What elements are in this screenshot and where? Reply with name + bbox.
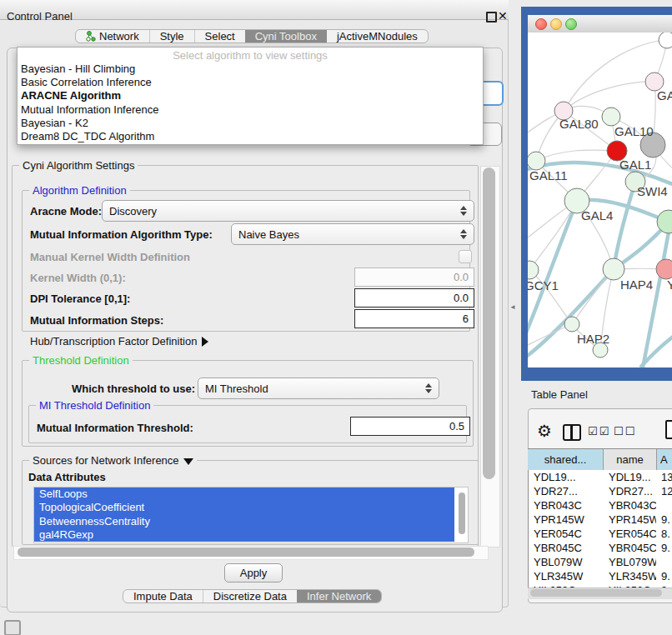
table-cell: YDR27... [529,484,604,498]
data-attribute-item[interactable]: TopologicalCoefficient [34,501,454,514]
collapse-down-icon [183,458,193,465]
network-edge[interactable] [536,150,617,161]
table-column-header[interactable]: A [657,449,672,471]
sources-group-title[interactable]: Sources for Network Inference [29,454,197,467]
table-column-header[interactable]: name [604,449,657,471]
cyni-tab-label: Discretize Data [213,590,287,602]
hide-columns-icon[interactable]: ☐☐ [614,425,636,438]
tab-style[interactable]: Style [149,30,194,42]
mi-steps-field[interactable]: 6 [354,309,474,328]
data-attribute-item[interactable]: SelfLoops [34,488,454,501]
table-cell: YER054C [604,527,656,541]
stepper-icon [460,229,467,239]
table-row[interactable]: YDR27...YDR27...12 [529,484,672,498]
algorithm-option[interactable]: Bayesian - K2 [18,117,483,130]
tab-label: Network [99,30,139,42]
minimize-traffic-light-icon[interactable] [550,18,562,30]
network-graph[interactable]: GALGAL80GAL10GAL1GAL11SWI4GAL4GCY1HAP4YH… [528,32,672,368]
network-node[interactable] [656,259,672,279]
network-node-label: GAL10 [614,124,654,138]
sources-title-text: Sources for Network Inference [33,454,179,467]
network-icon [86,31,96,42]
table-cell: YBR045C [529,541,604,555]
table-row[interactable]: YPR145WYPR145W9. [529,512,672,527]
which-threshold-select[interactable]: MI Threshold [198,378,439,399]
mi-threshold-field[interactable]: 0.5 [350,417,470,436]
show-columns-icon[interactable]: ☑☑ [588,425,610,438]
network-node[interactable] [602,108,620,126]
apply-button[interactable]: Apply [224,563,283,582]
table-cell: YPR145W [604,512,656,527]
hub-definition-expander[interactable]: Hub/Transcription Factor Definition [30,335,208,348]
cyni-tab-discretize-data[interactable]: Discretize Data [203,590,297,602]
tab-select[interactable]: Select [194,30,245,42]
table-cell: YER054C [529,527,604,541]
table-rows: YDL19...YDL19...13YDR27...YDR27...12YBR0… [528,470,672,588]
table-row[interactable]: YER054CYER054C8. [529,527,672,541]
data-attribute-item[interactable]: BetweennessCentrality [34,515,454,528]
aracne-mode-select[interactable]: Discovery [102,200,474,222]
algorithm-option[interactable]: Dream8 DC_TDC Algorithm [18,130,483,143]
table-panel-title: Table Panel [531,388,588,401]
network-node-label: GAL4 [581,208,613,222]
table-row[interactable]: YBR045CYBR045C9. [529,541,672,555]
data-attribute-item[interactable]: gal4RGexp [34,528,454,542]
algorithm-option[interactable]: Bayesian - Hill Climbing [18,62,483,76]
table-hscrollbar-thumb[interactable] [530,589,662,597]
table-row[interactable]: YBR043CYBR043C [529,498,672,512]
new-table-icon[interactable] [665,420,672,439]
settings-hscrollbar-thumb[interactable] [18,548,474,557]
mi-type-select[interactable]: Naive Bayes [231,223,474,245]
tab-cyni-toolbox[interactable]: Cyni Toolbox [245,30,327,42]
table-row[interactable]: YLR345WYLR345W9. [529,569,672,583]
network-node-label: GAL11 [529,168,568,182]
network-node[interactable] [564,317,579,332]
table-header-row: shared...nameA [528,448,672,472]
network-node-label: HAP2 [577,332,609,346]
network-window-titlebar[interactable] [528,15,672,33]
manual-kernel-checkbox[interactable] [459,250,472,263]
threshold-definition-title: Threshold Definition [29,354,133,367]
expand-right-icon [202,337,208,347]
table-row[interactable]: YDL19...YDL19...13 [529,470,672,484]
network-canvas[interactable]: GALGAL80GAL10GAL1GAL11SWI4GAL4GCY1HAP4YH… [528,32,672,368]
gear-icon[interactable]: ⚙ [537,421,552,441]
table-cell: YBL079W [529,555,604,569]
algorithm-option[interactable]: ARACNE Algorithm [18,89,483,102]
cyni-tab-infer-network[interactable]: Infer Network [297,590,381,602]
tab-jactivemnodules[interactable]: jActiveMNodules [327,30,428,42]
splitter-handle-icon[interactable]: ◄ [509,303,516,311]
zoom-traffic-light-icon[interactable] [565,18,577,30]
column-browser-icon[interactable] [563,424,581,441]
tab-label: Cyni Toolbox [255,30,317,42]
network-node[interactable] [659,32,672,48]
algorithm-option[interactable]: Basic Correlation Inference [18,76,483,89]
panel-grip-icon[interactable] [4,620,21,635]
control-panel-titlebar[interactable] [0,0,509,20]
network-node[interactable] [528,261,539,279]
algorithm-option[interactable]: Mutual Information Inference [18,103,483,117]
settings-vscrollbar-thumb[interactable] [483,168,495,479]
close-icon[interactable]: ✕ [498,9,508,22]
tab-network[interactable]: Network [76,30,149,42]
mi-type-label: Mutual Information Algorithm Type: [30,228,213,241]
table-cell: 13 [656,470,672,484]
network-node[interactable] [528,152,545,170]
network-node-label: Y [667,278,672,292]
cyni-tab-impute-data[interactable]: Impute Data [123,590,203,602]
aracne-mode-value: Discovery [109,205,157,218]
table-cell [656,498,672,512]
list-scrollbar-thumb[interactable] [459,492,465,534]
table-cell: YDR27... [604,484,656,498]
table-column-header[interactable]: shared... [528,449,604,471]
mi-threshold-label: Mutual Information Threshold: [37,422,193,434]
hub-definition-label: Hub/Transcription Factor Definition [30,335,197,348]
dpi-tolerance-field[interactable]: 0.0 [354,288,474,308]
network-node-label: GAL1 [619,158,651,172]
float-window-icon[interactable] [486,12,497,22]
close-traffic-light-icon[interactable] [535,18,547,30]
data-attributes-list[interactable]: SelfLoopsTopologicalCoefficientBetweenne… [33,487,469,543]
control-panel-title: Control Panel [7,10,73,22]
table-row[interactable]: YBL079WYBL079W [529,555,672,569]
table-cell: 8. [656,527,672,541]
